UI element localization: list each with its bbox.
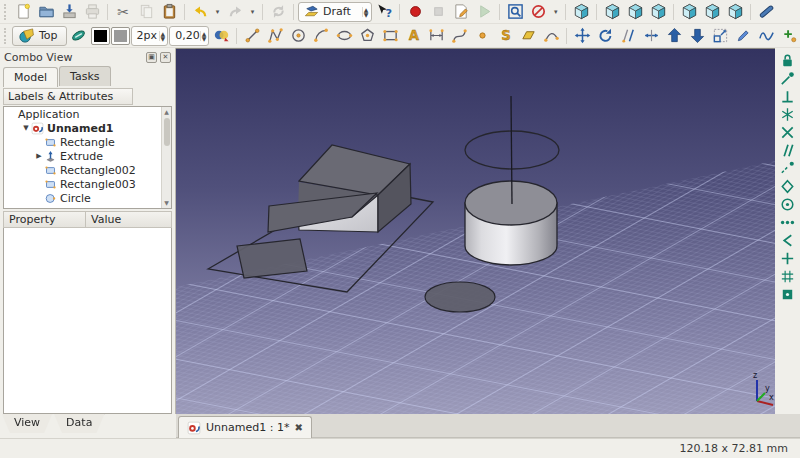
snap-lock-button[interactable] <box>778 52 798 69</box>
tree-item-rectangle003[interactable]: Rectangle003 <box>4 177 171 191</box>
redo-dropdown[interactable]: ▾ <box>247 2 258 22</box>
snap-near-button[interactable] <box>778 232 798 249</box>
svg-text:z: z <box>753 371 757 380</box>
view-right-button[interactable] <box>647 2 669 22</box>
draft-trimex-button[interactable] <box>640 26 662 46</box>
draw-style-button[interactable] <box>527 2 549 22</box>
draft-upgrade-button[interactable] <box>663 26 685 46</box>
draft-polygon-button[interactable] <box>356 26 378 46</box>
rectangle003-face[interactable] <box>237 239 307 278</box>
view-bottom-button[interactable] <box>701 2 723 22</box>
snap-parallel-button[interactable] <box>778 142 798 159</box>
panel-float-icon[interactable]: ▣ <box>146 52 157 63</box>
tab-close-icon[interactable]: ✖ <box>294 422 302 433</box>
draft-facebinder-button[interactable] <box>517 26 539 46</box>
draft-wire-button[interactable] <box>264 26 286 46</box>
circle-face[interactable] <box>425 282 495 312</box>
refresh-button[interactable] <box>267 2 289 22</box>
snap-dimensions-button[interactable] <box>778 214 798 231</box>
view-front-button[interactable] <box>601 2 623 22</box>
undo-button[interactable] <box>189 2 211 22</box>
draft-rotate-button[interactable] <box>594 26 616 46</box>
tab-model[interactable]: Model <box>3 67 58 87</box>
document-tab[interactable]: Unnamed1 : 1* ✖ <box>178 416 312 438</box>
print-button[interactable] <box>81 2 103 22</box>
fit-all-button[interactable] <box>504 2 526 22</box>
view-top-button[interactable] <box>624 2 646 22</box>
tree-column-header: Labels & Attributes <box>3 88 133 105</box>
measure-distance-button[interactable] <box>755 2 777 22</box>
snap-intersection-button[interactable] <box>778 124 798 141</box>
draft-move-button[interactable] <box>571 26 593 46</box>
draft-bspline-button[interactable] <box>448 26 470 46</box>
macro-record-button[interactable] <box>404 2 426 22</box>
snap-extension-button[interactable] <box>778 160 798 177</box>
text-scale-spinner[interactable]: 0,20▲▼ <box>169 26 209 46</box>
tree-item-rectangle002[interactable]: Rectangle002 <box>4 163 171 177</box>
tree-item-rectangle[interactable]: Rectangle <box>4 135 171 149</box>
tree-item-circle[interactable]: Circle <box>4 191 171 205</box>
tab-data[interactable]: Data <box>54 414 104 433</box>
working-plane-button[interactable]: Top <box>12 26 67 46</box>
copy-button[interactable] <box>135 2 157 22</box>
property-editor[interactable] <box>3 228 172 414</box>
cut-button[interactable]: ✂ <box>112 2 134 22</box>
undo-dropdown[interactable]: ▾ <box>212 2 223 22</box>
snap-working-plane-button[interactable] <box>778 286 798 303</box>
view-left-button[interactable] <box>724 2 746 22</box>
draft-dimension-button[interactable] <box>425 26 447 46</box>
new-file-button[interactable] <box>12 2 34 22</box>
tab-tasks[interactable]: Tasks <box>59 66 110 86</box>
draw-style-dropdown[interactable]: ▾ <box>550 2 561 22</box>
face-color-swatch[interactable] <box>111 27 130 45</box>
tree-item-document[interactable]: ▼Unnamed1 <box>4 121 171 135</box>
autogroup-button[interactable] <box>210 26 232 46</box>
draft-point-button[interactable] <box>471 26 493 46</box>
draft-downgrade-button[interactable] <box>686 26 708 46</box>
draft-ellipse-button[interactable] <box>333 26 355 46</box>
toolbar-standard: ✂▾▾Draft▲▼▾ <box>0 0 800 24</box>
tree-item-application[interactable]: Application <box>4 107 171 121</box>
draft-add-point-button[interactable] <box>778 26 800 46</box>
3d-viewport[interactable]: z y x <box>176 48 775 414</box>
macro-stop-button[interactable] <box>427 2 449 22</box>
draft-shapestring-button[interactable] <box>494 26 516 46</box>
draft-arc-button[interactable] <box>310 26 332 46</box>
snap-center-button[interactable] <box>778 196 798 213</box>
snap-ortho-button[interactable] <box>778 250 798 267</box>
draft-offset-button[interactable] <box>617 26 639 46</box>
snap-perpendicular-button[interactable] <box>778 88 798 105</box>
extrude-box[interactable] <box>268 145 411 232</box>
line-width-spinner[interactable]: 2px▲▼ <box>131 26 169 46</box>
whats-this-button[interactable] <box>373 2 395 22</box>
tab-view[interactable]: View <box>2 414 52 433</box>
view-axonometric-button[interactable] <box>570 2 592 22</box>
workbench-selector[interactable]: Draft▲▼ <box>298 2 372 22</box>
snap-grid-button[interactable] <box>778 268 798 285</box>
open-file-button[interactable] <box>35 2 57 22</box>
save-button[interactable] <box>58 2 80 22</box>
cylinder[interactable] <box>465 181 557 265</box>
redo-button[interactable] <box>224 2 246 22</box>
line-color-swatch[interactable] <box>91 27 110 45</box>
draft-rectangle-button[interactable] <box>379 26 401 46</box>
tree-scrollbar[interactable]: ▲▼ <box>161 107 171 208</box>
macro-edit-button[interactable] <box>450 2 472 22</box>
paste-button[interactable] <box>158 2 180 22</box>
draft-wire-to-bspline-button[interactable] <box>755 26 777 46</box>
panel-close-icon[interactable]: ✕ <box>160 52 171 63</box>
draft-circle-button[interactable] <box>287 26 309 46</box>
freecad-doc-icon <box>187 421 201 435</box>
draft-line-button[interactable] <box>241 26 263 46</box>
tree-item-extrude[interactable]: ▶Extrude <box>4 149 171 163</box>
construction-mode-button[interactable] <box>68 26 90 46</box>
snap-special-button[interactable] <box>778 178 798 195</box>
macro-play-button[interactable] <box>473 2 495 22</box>
view-rear-button[interactable] <box>678 2 700 22</box>
draft-scale-button[interactable] <box>709 26 731 46</box>
draft-bezier-button[interactable] <box>540 26 562 46</box>
draft-text-button[interactable] <box>402 26 424 46</box>
snap-angle-button[interactable] <box>778 106 798 123</box>
snap-endpoint-button[interactable] <box>778 70 798 87</box>
draft-edit-button[interactable] <box>732 26 754 46</box>
